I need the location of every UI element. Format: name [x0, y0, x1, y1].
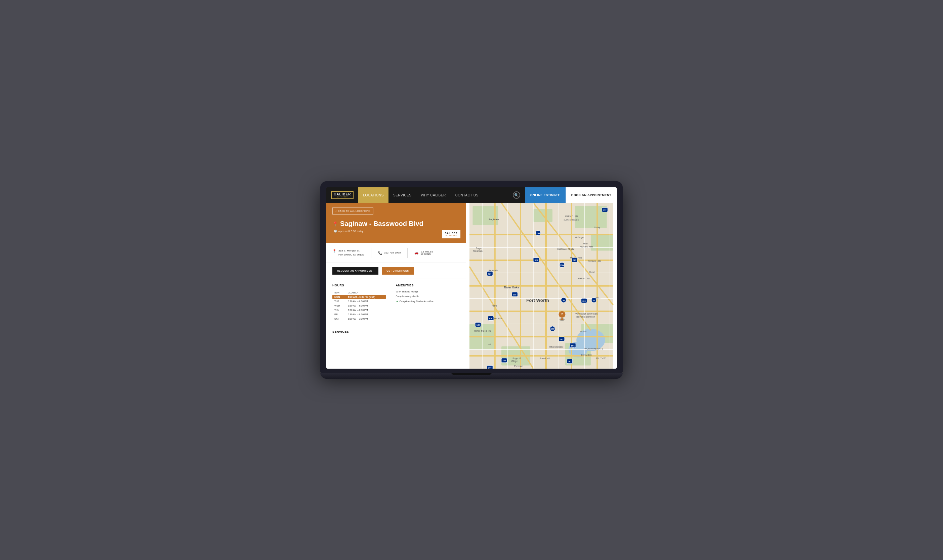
- day-label-fri: FRI: [334, 313, 343, 315]
- amenity-label-2: Complimentary Starbucks coffee: [400, 300, 434, 303]
- svg-text:2: 2: [561, 312, 563, 316]
- amenities-column: Amenities Wi-Fi enabled loungeCompliment…: [396, 284, 460, 321]
- amenity-item-1: Complimentary shuttle: [396, 295, 460, 297]
- info-section: 📍 318 S. Morgan St. Fort Worth, TX 76132…: [326, 243, 466, 263]
- hours-table: SUNCLOSEDMON6:30 AM – 6:30 PM (CST)TUE6:…: [332, 291, 386, 321]
- laptop-screen: CALIBER AUTO BODY Locations Services Why…: [326, 187, 617, 369]
- caliber-badge: CALIBER AUTO CARE: [442, 230, 460, 238]
- svg-text:River Oaks: River Oaks: [504, 286, 519, 289]
- hours-value-tue: 6:30 AM – 6:30 PM: [348, 300, 368, 303]
- svg-text:Everman: Everman: [514, 365, 523, 367]
- svg-text:183: 183: [477, 324, 480, 326]
- svg-text:199: 199: [513, 294, 517, 296]
- svg-text:183: 183: [502, 360, 506, 362]
- svg-text:820: 820: [534, 259, 538, 261]
- services-title: Services: [332, 330, 460, 333]
- address-item: 📍 318 S. Morgan St. Fort Worth, TX 76132: [332, 249, 364, 257]
- car-icon: 🚗: [414, 251, 418, 254]
- svg-text:Mountain: Mountain: [473, 250, 483, 252]
- request-appointment-button[interactable]: REQUEST AN APPOINTMENT: [332, 267, 378, 275]
- hours-row-sun: SUNCLOSED: [332, 291, 386, 295]
- phone-icon: 📞: [378, 251, 382, 255]
- address-line2: Fort Worth, TX 76132: [338, 253, 364, 257]
- left-panel: BACK TO ALL LOCATIONS 📍 Saginaw - Basswo…: [326, 203, 466, 369]
- svg-text:Richland Hills: Richland Hills: [588, 260, 601, 262]
- hours-row-wed: WED6:30 AM – 6:30 PM: [332, 303, 386, 308]
- search-button[interactable]: 🔍: [508, 187, 525, 203]
- action-buttons-section: REQUEST AN APPOINTMENT GET DIRECTIONS: [326, 263, 466, 279]
- svg-text:Edgecliff: Edgecliff: [512, 357, 521, 360]
- svg-text:FAIRMOUNT-SOUTHSIDE: FAIRMOUNT-SOUTHSIDE: [575, 313, 597, 315]
- phone-item: 📞 312-738-1975: [378, 251, 401, 255]
- svg-text:SOUTHW...: SOUTHW...: [596, 357, 607, 360]
- svg-text:Colley...: Colley...: [594, 226, 602, 229]
- amenity-label-1: Complimentary shuttle: [396, 295, 420, 297]
- main-content: BACK TO ALL LOCATIONS 📍 Saginaw - Basswo…: [326, 203, 617, 369]
- svg-text:Haltom City: Haltom City: [578, 277, 590, 280]
- svg-text:820: 820: [488, 273, 492, 275]
- svg-text:820: 820: [571, 347, 574, 349]
- svg-rect-1: [472, 206, 498, 225]
- svg-text:Eagle: Eagle: [476, 247, 482, 250]
- svg-text:RIDGLEA HILLS: RIDGLEA HILLS: [474, 330, 491, 332]
- amenity-item-0: Wi-Fi enabled lounge: [396, 291, 460, 293]
- back-link[interactable]: BACK TO ALL LOCATIONS: [332, 208, 373, 215]
- get-directions-button[interactable]: GET DIRECTIONS: [382, 267, 414, 275]
- hero-section: BACK TO ALL LOCATIONS 📍 Saginaw - Basswo…: [326, 203, 466, 243]
- svg-text:Hurst: Hurst: [589, 271, 594, 273]
- location-name-text: Saginaw - Basswood Blvd: [340, 220, 423, 228]
- hours-title: Hours: [332, 284, 386, 287]
- hours-row-mon: MON6:30 AM – 6:30 PM (CST): [332, 295, 386, 299]
- online-estimate-button[interactable]: Online Estimate: [525, 187, 566, 203]
- amenities-list: Wi-Fi enabled loungeComplimentary shuttl…: [396, 291, 460, 303]
- svg-text:BUS: BUS: [571, 345, 574, 347]
- svg-text:North: North: [583, 242, 588, 245]
- hours-value-wed: 6:30 AM – 6:30 PM: [348, 305, 368, 307]
- svg-text:30: 30: [563, 300, 565, 302]
- hours-value-fri: 6:30 AM – 6:30 PM: [348, 313, 368, 315]
- svg-text:Forest Hill: Forest Hill: [540, 357, 550, 360]
- nav-link-locations[interactable]: Locations: [358, 187, 389, 203]
- distance-mins: 10 MINS: [420, 253, 433, 255]
- navbar: CALIBER AUTO BODY Locations Services Why…: [326, 187, 617, 203]
- book-appointment-button[interactable]: Book an Appointment: [566, 187, 617, 203]
- svg-text:Saginaw: Saginaw: [489, 218, 499, 221]
- amenity-item-2: ★Complimentary Starbucks coffee: [396, 300, 460, 303]
- svg-text:377: 377: [488, 367, 492, 369]
- svg-text:820: 820: [582, 300, 586, 302]
- svg-text:820: 820: [573, 259, 576, 261]
- nav-links: Locations Services Why Caliber Contact U…: [358, 187, 483, 203]
- laptop-base: [320, 373, 623, 379]
- svg-text:30: 30: [593, 300, 595, 302]
- hours-value-sat: 6:30 AM – 3:00 PM: [348, 318, 368, 320]
- distance-miles: 1.1 MILES: [420, 251, 433, 253]
- hours-row-tue: TUE6:30 AM – 6:30 PM: [332, 299, 386, 303]
- logo-brand-text: CALIBER: [334, 192, 351, 196]
- amenities-title: Amenities: [396, 284, 460, 287]
- map-panel: Saginaw PARK GLEN SUMMERFIELDS Colley...…: [466, 203, 617, 369]
- starbucks-icon: ★: [396, 300, 398, 303]
- location-title: 📍 Saginaw - Basswood Blvd: [332, 220, 460, 228]
- services-section: Services: [326, 326, 466, 341]
- browser-window: CALIBER AUTO BODY Locations Services Why…: [326, 187, 617, 369]
- nav-link-services[interactable]: Services: [389, 187, 416, 203]
- svg-text:Watauga: Watauga: [575, 236, 584, 239]
- clock-icon: 🕐: [334, 230, 337, 233]
- details-section: Hours SUNCLOSEDMON6:30 AM – 6:30 PM (CST…: [326, 279, 466, 326]
- day-label-mon: MON: [334, 296, 343, 298]
- nav-logo: CALIBER AUTO BODY: [326, 187, 358, 203]
- svg-text:Kennedale: Kennedale: [581, 354, 592, 356]
- search-icon: 🔍: [513, 191, 520, 199]
- laptop-container: CALIBER AUTO BODY Locations Services Why…: [320, 181, 623, 379]
- nav-link-why-caliber[interactable]: Why Caliber: [416, 187, 450, 203]
- hours-column: Hours SUNCLOSEDMON6:30 AM – 6:30 PM (CST…: [332, 284, 386, 321]
- address-line1: 318 S. Morgan St.: [338, 249, 364, 253]
- svg-text:WORTH HEIGHTS: WORTH HEIGHTS: [584, 348, 603, 350]
- svg-text:ook: ook: [488, 343, 491, 345]
- svg-text:35W: 35W: [536, 232, 540, 234]
- nav-link-contact[interactable]: Contact Us: [451, 187, 483, 203]
- day-label-sat: SAT: [334, 318, 343, 320]
- svg-text:HISTORIC DISTRICT: HISTORIC DISTRICT: [576, 316, 595, 318]
- address-icon: 📍: [332, 249, 336, 253]
- svg-text:820: 820: [489, 318, 493, 320]
